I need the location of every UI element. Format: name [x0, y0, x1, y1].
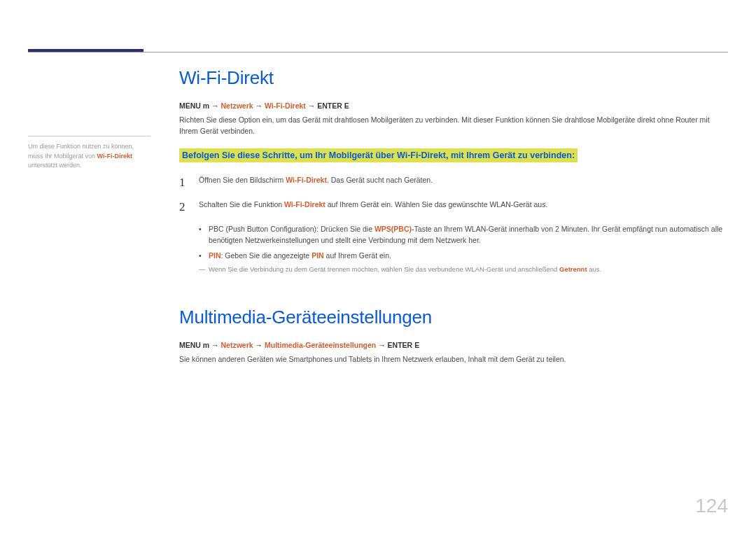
section1-intro: Richten Sie diese Option ein, um das Ger… — [179, 114, 728, 137]
bullet-item: • PIN: Geben Sie die angezeigte PIN auf … — [199, 250, 728, 261]
step2-pre: Schalten Sie die Funktion — [199, 200, 284, 209]
menu-label: MENU — [179, 101, 203, 110]
page-number: 124 — [695, 495, 728, 517]
section2-title: Multimedia-Geräteeinstellungen — [179, 307, 728, 328]
menu-enter: ENTER — [317, 101, 344, 110]
menu-enter: ENTER — [388, 341, 415, 349]
bullet1-pre: PBC (Push Button Configuration): Drücken… — [209, 225, 374, 233]
enter-glyph-icon: E — [344, 101, 349, 110]
menu-item-netzwerk: Netzwerk — [221, 101, 253, 110]
step1-pre: Öffnen Sie den Bildschirm — [199, 176, 286, 184]
bullet1-em: WPS(PBC) — [374, 225, 412, 233]
footnote-dash-icon: ― — [199, 265, 209, 273]
step-body: Schalten Sie die Funktion Wi-Fi-Direkt a… — [199, 198, 728, 211]
section2: Multimedia-Geräteeinstellungen MENU m → … — [179, 307, 728, 365]
bullet-text: PIN: Geben Sie die angezeigte PIN auf Ih… — [209, 250, 728, 261]
side-note: Um diese Funktion nutzen zu können, muss… — [28, 136, 150, 171]
side-note-em: Wi-Fi-Direkt — [97, 153, 132, 160]
footnote-pre: Wenn Sie die Verbindung zu dem Gerät tre… — [209, 265, 559, 273]
arrow-icon: → — [306, 101, 317, 110]
section2-body: Sie können anderen Geräten wie Smartphon… — [179, 353, 728, 365]
bullet-text: PBC (Push Button Configuration): Drücken… — [209, 223, 728, 246]
step-number: 2 — [179, 198, 199, 216]
bullet2-em1: PIN — [209, 251, 221, 260]
bullet2-post: auf Ihrem Gerät ein. — [324, 251, 391, 260]
bullet-dot-icon: • — [199, 250, 209, 261]
menu-item-multimedia: Multimedia-Geräteeinstellungen — [265, 341, 376, 349]
footnote-em: Getrennt — [559, 265, 587, 273]
footnote: ― Wenn Sie die Verbindung zu dem Gerät t… — [199, 265, 728, 273]
section1-title: Wi-Fi-Direkt — [179, 67, 728, 89]
bullet-item: • PBC (Push Button Configuration): Drück… — [199, 223, 728, 246]
steps-list: 1 Öffnen Sie den Bildschirm Wi-Fi-Direkt… — [179, 174, 728, 216]
arrow-icon: → — [253, 101, 265, 110]
section1-highlight: Befolgen Sie diese Schritte, um Ihr Mobi… — [179, 148, 578, 162]
bullet2-mid: : Geben Sie die angezeigte — [221, 251, 312, 260]
step-1: 1 Öffnen Sie den Bildschirm Wi-Fi-Direkt… — [179, 174, 728, 192]
step2-em: Wi-Fi-Direkt — [284, 200, 326, 209]
menu-item-wifidirekt: Wi-Fi-Direkt — [265, 101, 306, 110]
arrow-icon: → — [209, 341, 220, 349]
bullet-list: • PBC (Push Button Configuration): Drück… — [199, 223, 728, 262]
section1-menupath: MENU m → Netzwerk → Wi-Fi-Direkt → ENTER… — [179, 101, 728, 110]
menu-glyph-icon: m — [203, 341, 209, 349]
menu-item-netzwerk: Netzwerk — [221, 341, 253, 349]
arrow-icon: → — [209, 101, 220, 110]
arrow-icon: → — [253, 341, 265, 349]
bullet2-em2: PIN — [312, 251, 324, 260]
step-number: 1 — [179, 174, 199, 192]
step1-em: Wi-Fi-Direkt — [286, 176, 327, 184]
step1-post: . Das Gerät sucht nach Geräten. — [327, 176, 433, 184]
step-body: Öffnen Sie den Bildschirm Wi-Fi-Direkt. … — [199, 174, 728, 186]
bullet-dot-icon: • — [199, 223, 209, 246]
footnote-text: Wenn Sie die Verbindung zu dem Gerät tre… — [209, 265, 728, 273]
enter-glyph-icon: E — [414, 341, 419, 349]
footnote-post: aus. — [587, 265, 602, 273]
step-2: 2 Schalten Sie die Funktion Wi-Fi-Direkt… — [179, 198, 728, 216]
arrow-icon: → — [376, 341, 387, 349]
menu-glyph-icon: m — [203, 101, 209, 110]
header-divider — [28, 52, 728, 52]
step2-post: auf Ihrem Gerät ein. Wählen Sie das gewü… — [326, 200, 547, 209]
main-content: Wi-Fi-Direkt MENU m → Netzwerk → Wi-Fi-D… — [179, 67, 728, 377]
section2-menupath: MENU m → Netzwerk → Multimedia-Geräteein… — [179, 341, 728, 349]
side-note-post: unterstützt werden. — [28, 162, 82, 169]
menu-label: MENU — [179, 341, 203, 349]
